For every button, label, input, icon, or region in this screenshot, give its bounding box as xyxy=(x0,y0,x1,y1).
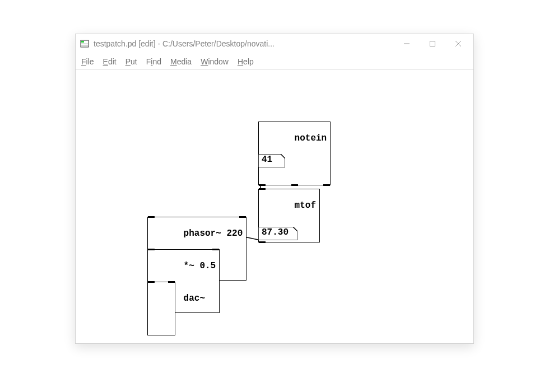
outlet-icon xyxy=(259,241,266,243)
inlet-icon xyxy=(259,188,266,190)
window-title: testpatch.pd [edit] - C:/Users/Peter/Des… xyxy=(94,39,274,48)
menu-find[interactable]: Find xyxy=(146,57,161,66)
object-text: phasor~ 220 xyxy=(184,228,243,239)
object-text: mtof xyxy=(295,200,316,211)
menu-window[interactable]: Window xyxy=(201,57,229,66)
numberbox-note[interactable]: 41 xyxy=(258,154,285,167)
application-window: testpatch.pd [edit] - C:/Users/Peter/Des… xyxy=(75,34,474,344)
svg-rect-5 xyxy=(430,41,435,46)
number-value: 41 xyxy=(262,155,272,165)
inlet-icon xyxy=(148,216,155,218)
app-icon xyxy=(80,39,89,48)
menu-file[interactable]: File xyxy=(81,57,94,66)
object-text: notein xyxy=(295,133,327,143)
menu-put[interactable]: Put xyxy=(125,57,137,66)
outlet-icon xyxy=(323,184,330,186)
titlebar[interactable]: testpatch.pd [edit] - C:/Users/Peter/Des… xyxy=(76,34,473,53)
outlet-icon xyxy=(259,184,266,186)
inlet-icon xyxy=(212,249,219,250)
inlet-icon xyxy=(148,281,155,283)
svg-rect-3 xyxy=(81,45,88,45)
menu-edit[interactable]: Edit xyxy=(103,57,117,66)
object-text: dac~ xyxy=(184,293,205,304)
window-controls xyxy=(394,34,471,53)
number-value: 87.30 xyxy=(262,227,289,237)
inlet-icon xyxy=(239,216,246,218)
patch-canvas[interactable]: notein 41 mtof 87.30 xyxy=(76,70,473,343)
menubar: File Edit Put Find Media Window Help xyxy=(76,53,473,70)
inlet-icon xyxy=(148,249,155,250)
inlet-icon xyxy=(168,281,175,283)
numberbox-freq[interactable]: 87.30 xyxy=(258,227,297,240)
object-notein[interactable]: notein xyxy=(258,122,331,185)
menu-help[interactable]: Help xyxy=(238,57,254,66)
object-text: *~ 0.5 xyxy=(184,261,216,271)
close-button[interactable] xyxy=(445,34,471,53)
object-dac[interactable]: dac~ xyxy=(147,282,175,335)
maximize-button[interactable] xyxy=(420,34,445,53)
menu-media[interactable]: Media xyxy=(170,57,192,66)
svg-rect-1 xyxy=(81,41,84,43)
svg-rect-2 xyxy=(81,44,88,44)
outlet-icon xyxy=(291,184,298,186)
minimize-button[interactable] xyxy=(394,34,420,53)
